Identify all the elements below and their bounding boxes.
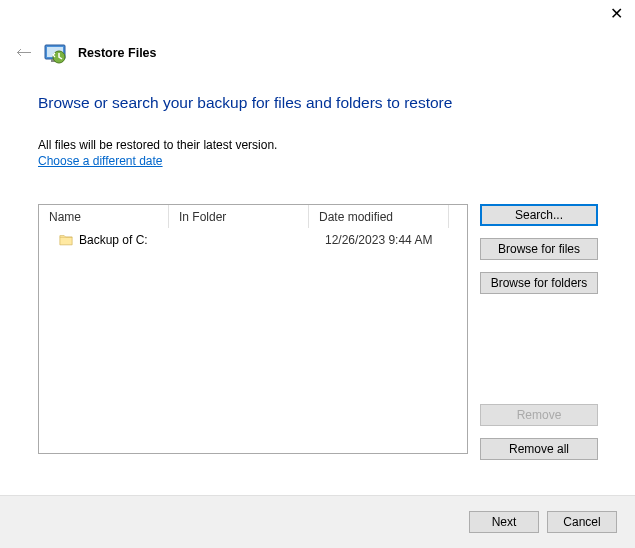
back-arrow-icon[interactable]: 🡐 — [16, 44, 32, 62]
file-list[interactable]: Name In Folder Date modified Backup of C… — [38, 204, 468, 454]
choose-date-link[interactable]: Choose a different date — [38, 154, 163, 168]
browse-folders-button[interactable]: Browse for folders — [480, 272, 598, 294]
page-heading: Browse or search your backup for files a… — [38, 94, 609, 112]
browse-files-button[interactable]: Browse for files — [480, 238, 598, 260]
row-date: 12/26/2023 9:44 AM — [323, 233, 432, 247]
remove-all-button[interactable]: Remove all — [480, 438, 598, 460]
restore-icon — [44, 42, 66, 64]
column-header-folder[interactable]: In Folder — [169, 205, 309, 228]
remove-button: Remove — [480, 404, 598, 426]
row-name: Backup of C: — [79, 233, 183, 247]
list-header: Name In Folder Date modified — [39, 205, 467, 229]
column-header-date[interactable]: Date modified — [309, 205, 449, 228]
wizard-title: Restore Files — [78, 46, 157, 60]
folder-icon — [59, 233, 73, 247]
table-row[interactable]: Backup of C: 12/26/2023 9:44 AM — [39, 229, 467, 251]
next-button[interactable]: Next — [469, 511, 539, 533]
wizard-header: 🡐 Restore Files — [0, 0, 635, 64]
search-button[interactable]: Search... — [480, 204, 598, 226]
wizard-footer: Next Cancel — [0, 496, 635, 548]
column-header-name[interactable]: Name — [39, 205, 169, 228]
restore-version-note: All files will be restored to their late… — [38, 138, 609, 152]
cancel-button[interactable]: Cancel — [547, 511, 617, 533]
close-icon[interactable]: ✕ — [610, 4, 623, 23]
